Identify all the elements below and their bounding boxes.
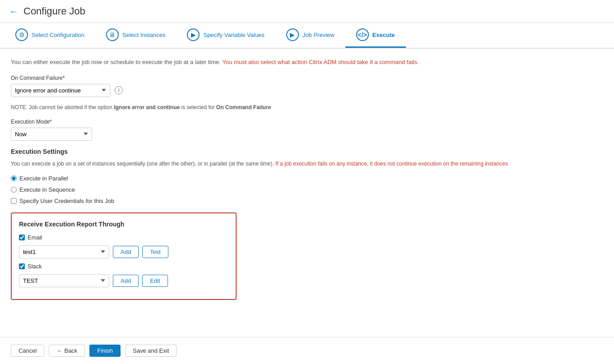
note-bold1: Ignore error and continue — [114, 104, 180, 111]
back-arrow-icon[interactable]: ← — [9, 6, 18, 17]
back-icon: ← — [56, 347, 62, 354]
execution-settings-desc: You can execute a job on a set of instan… — [11, 160, 603, 168]
note-prefix: NOTE: Job cannot be aborted if the optio… — [11, 104, 114, 111]
execute-sequence-radio[interactable] — [11, 187, 17, 193]
finish-button[interactable]: Finish — [89, 345, 121, 357]
execution-mode-select-wrapper: Now Schedule — [11, 128, 92, 141]
slack-select[interactable]: TEST PROD — [19, 274, 109, 287]
add-email-button[interactable]: Add — [113, 246, 139, 258]
edit-slack-button[interactable]: Edit — [142, 275, 167, 287]
exec-desc-1: You can execute a job on a set of instan… — [11, 161, 274, 167]
execute-sequence-radio-group: Execute in Sequence — [11, 186, 603, 193]
cancel-button[interactable]: Cancel — [11, 345, 44, 357]
execution-mode-label: Execution Mode* — [11, 119, 603, 125]
specify-credentials-label: Specify User Credentials for this Job — [19, 198, 114, 204]
execution-settings-title: Execution Settings — [11, 148, 603, 155]
tab-specify-variable-values[interactable]: ▶ Specify Variable Values — [176, 23, 275, 48]
content-area: You can either execute the job now or sc… — [0, 49, 614, 337]
page-header: ← Configure Job — [0, 0, 614, 23]
tab-job-preview-label: Job Preview — [302, 32, 335, 38]
on-command-failure-label: On Command Failure* — [11, 75, 603, 81]
tab-job-preview[interactable]: ▶ Job Preview — [275, 23, 345, 48]
tab-select-configuration-label: Select Configuration — [32, 32, 84, 38]
info-icon: i — [115, 86, 123, 94]
execute-icon: </> — [356, 28, 369, 41]
test-email-button[interactable]: Test — [142, 246, 168, 258]
page-wrapper: ← Configure Job ⚙ Select Configuration 🖥… — [0, 0, 614, 364]
on-command-failure-group: On Command Failure* Ignore error and con… — [11, 75, 603, 97]
tabs-bar: ⚙ Select Configuration 🖥 Select Instance… — [0, 23, 614, 49]
note-bold2: On Command Failure — [216, 104, 271, 111]
back-label: Back — [64, 347, 77, 354]
tab-select-configuration[interactable]: ⚙ Select Configuration — [5, 23, 95, 48]
info-text: You can either execute the job now or sc… — [11, 58, 603, 67]
note-middle: is selected for — [180, 104, 216, 111]
on-command-failure-select[interactable]: Ignore error and continue Abort on failu… — [11, 84, 110, 97]
variable-icon: ▶ — [187, 28, 200, 41]
slack-select-wrapper: TEST PROD — [19, 274, 109, 287]
add-slack-button[interactable]: Add — [113, 275, 139, 287]
tab-execute-label: Execute — [372, 32, 395, 38]
email-select[interactable]: test1 test2 — [19, 245, 109, 258]
slack-checkbox[interactable] — [19, 263, 25, 269]
on-command-failure-select-wrapper: Ignore error and continue Abort on failu… — [11, 84, 110, 97]
execute-sequence-label: Execute in Sequence — [19, 186, 75, 193]
footer: Cancel ← Back Finish Save and Exit — [0, 337, 614, 364]
instances-icon: 🖥 — [106, 28, 119, 41]
execution-mode-select[interactable]: Now Schedule — [11, 128, 92, 141]
email-checkbox-group: Email — [19, 234, 228, 241]
note-text: NOTE: Job cannot be aborted if the optio… — [11, 104, 603, 111]
tab-specify-variable-values-label: Specify Variable Values — [203, 32, 264, 38]
email-select-wrapper: test1 test2 — [19, 245, 109, 258]
execute-parallel-radio[interactable] — [11, 175, 17, 181]
exec-desc-2: If a job execution fails on any instance… — [275, 161, 508, 167]
report-section: Receive Execution Report Through Email t… — [11, 212, 237, 300]
page-title: Configure Job — [23, 5, 85, 17]
report-section-title: Receive Execution Report Through — [19, 221, 228, 228]
execution-settings-section: Execution Settings You can execute a job… — [11, 148, 603, 168]
save-and-exit-button[interactable]: Save and Exit — [125, 345, 177, 357]
slack-checkbox-group: Slack — [19, 263, 228, 270]
execution-mode-group: Execution Mode* Now Schedule — [11, 119, 603, 141]
email-checkbox[interactable] — [19, 235, 25, 240]
slack-label: Slack — [28, 263, 42, 270]
tab-select-instances-label: Select Instances — [122, 32, 165, 38]
info-text-part1: You can either execute the job now or sc… — [11, 59, 221, 65]
slack-row: TEST PROD Add Edit — [19, 274, 228, 287]
specify-credentials-group: Specify User Credentials for this Job — [11, 198, 603, 204]
specify-credentials-checkbox[interactable] — [11, 198, 17, 204]
email-label: Email — [28, 234, 42, 241]
execute-parallel-label: Execute in Parallel — [19, 175, 68, 182]
execute-parallel-radio-group: Execute in Parallel — [11, 175, 603, 182]
gear-icon: ⚙ — [15, 28, 28, 41]
preview-icon: ▶ — [286, 28, 299, 41]
email-row: test1 test2 Add Test — [19, 245, 228, 258]
tab-execute[interactable]: </> Execute — [345, 23, 406, 48]
info-text-part2: You must also select what action Citrix … — [222, 59, 419, 65]
tab-select-instances[interactable]: 🖥 Select Instances — [95, 23, 176, 48]
back-button[interactable]: ← Back — [49, 345, 85, 357]
